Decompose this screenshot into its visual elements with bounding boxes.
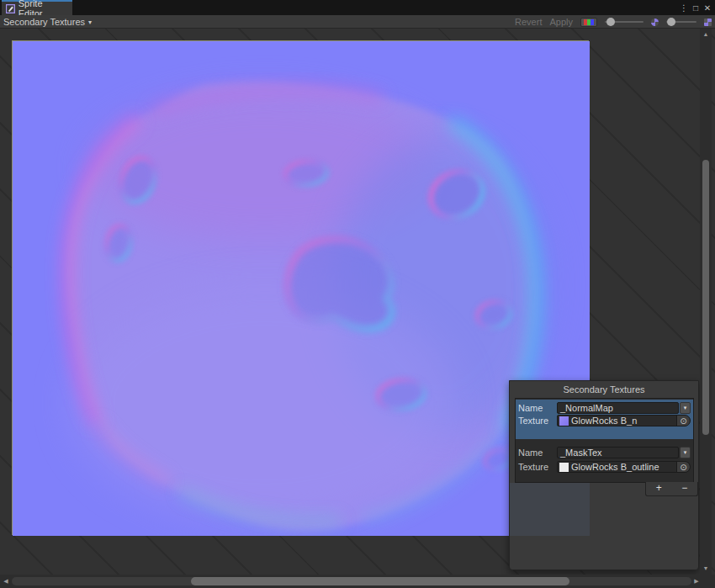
tab-sprite-editor[interactable]: Sprite Editor (2, 0, 72, 15)
horizontal-scrollbar[interactable]: ◀ ▶ (0, 575, 715, 588)
apply-button[interactable]: Apply (549, 17, 573, 27)
mode-dropdown-label: Secondary Textures (3, 17, 85, 27)
mode-dropdown[interactable]: Secondary Textures ▾ (3, 16, 92, 28)
sprite-canvas[interactable] (12, 40, 589, 535)
texture-object-field[interactable]: GlowRocks B_outline ⊙ (557, 461, 691, 473)
chevron-down-icon: ▾ (684, 405, 687, 411)
editor-workspace: Secondary Textures Name _NormalMap ▾ Tex… (0, 29, 715, 588)
mip-slider[interactable] (605, 18, 644, 26)
mip-slider-handle[interactable] (606, 18, 615, 26)
object-picker-icon: ⊙ (680, 416, 686, 426)
rgb-icon (584, 19, 594, 25)
remove-entry-button[interactable]: − (672, 482, 698, 495)
name-row: Name _NormalMap ▾ (518, 400, 691, 413)
texture-entry-masktex[interactable]: Name _MaskTex ▾ Texture GlowRocks B_outl… (516, 439, 693, 474)
add-entry-button[interactable]: + (646, 482, 672, 495)
texture-row: Texture GlowRocks B_outline ⊙ (518, 460, 691, 474)
revert-button[interactable]: Revert (515, 17, 542, 27)
scroll-up-icon[interactable]: ▲ (700, 31, 712, 37)
title-bar: Sprite Editor ⋮ □ ✕ (0, 0, 715, 15)
texture-name: GlowRocks B_n (571, 416, 637, 426)
maximize-icon[interactable]: □ (690, 3, 702, 13)
scroll-right-icon[interactable]: ▶ (691, 578, 702, 585)
texture-thumbnail (559, 463, 569, 472)
scroll-down-icon[interactable]: ▼ (700, 565, 712, 571)
texture-label: Texture (518, 416, 557, 426)
name-label: Name (518, 403, 557, 413)
vertical-scrollbar-thumb[interactable] (702, 160, 709, 435)
name-label: Name (518, 448, 557, 458)
chevron-down-icon: ▾ (684, 449, 687, 456)
chevron-down-icon: ▾ (88, 19, 92, 26)
alpha-icon (704, 19, 712, 26)
color-channels-button[interactable] (580, 18, 597, 27)
close-icon[interactable]: ✕ (702, 3, 713, 13)
texture-label: Texture (518, 462, 557, 472)
toolbar: Secondary Textures ▾ Revert Apply (0, 15, 715, 29)
menu-icon[interactable]: ⋮ (678, 3, 690, 13)
sprite-editor-icon (6, 4, 15, 13)
name-field[interactable]: _NormalMap (557, 402, 679, 414)
scroll-left-icon[interactable]: ◀ (1, 578, 11, 585)
texture-name: GlowRocks B_outline (571, 462, 659, 472)
texture-entry-normalmap[interactable]: Name _NormalMap ▾ Texture GlowRocks B_n … (516, 400, 693, 439)
mipmap-icon (651, 19, 659, 26)
object-picker-button[interactable]: ⊙ (676, 461, 690, 473)
secondary-textures-panel: Secondary Textures Name _NormalMap ▾ Tex… (509, 380, 699, 570)
vertical-scrollbar[interactable]: ▲ ▼ (700, 29, 712, 575)
panel-title: Secondary Textures (510, 381, 698, 398)
horizontal-scrollbar-thumb[interactable] (191, 577, 569, 585)
normal-map-image (13, 41, 590, 536)
panel-translucent-region (510, 483, 590, 536)
list-footer: + − (645, 482, 698, 496)
texture-thumbnail (559, 416, 569, 426)
name-dropdown-button[interactable]: ▾ (680, 402, 691, 414)
object-picker-button[interactable]: ⊙ (676, 415, 690, 426)
texture-object-field[interactable]: GlowRocks B_n ⊙ (557, 415, 691, 426)
texture-row: Texture GlowRocks B_n ⊙ (518, 414, 691, 427)
alpha-slider[interactable] (666, 18, 696, 26)
secondary-texture-list: Name _NormalMap ▾ Texture GlowRocks B_n … (515, 398, 694, 483)
name-row: Name _MaskTex ▾ (518, 446, 691, 459)
name-field[interactable]: _MaskTex (557, 447, 679, 458)
object-picker-icon: ⊙ (680, 463, 686, 472)
alpha-slider-handle[interactable] (667, 18, 675, 26)
name-dropdown-button[interactable]: ▾ (680, 447, 691, 458)
